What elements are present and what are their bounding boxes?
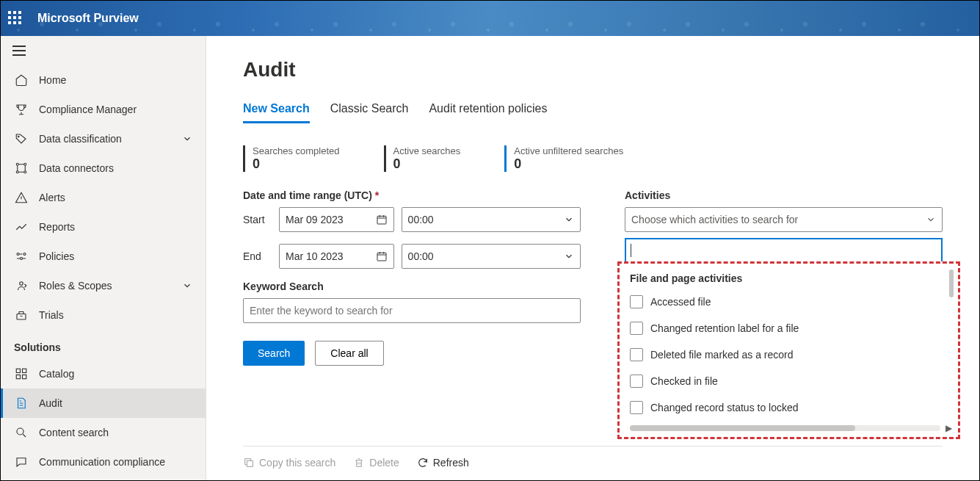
start-time-input[interactable]: 00:00 [402,207,581,232]
sidebar-item-alerts[interactable]: Alerts [1,183,206,212]
sidebar-item-label: Trials [39,309,192,321]
page-title: Audit [243,58,943,82]
delete-label: Delete [369,457,399,469]
audit-icon [14,396,29,411]
calendar-icon [376,214,388,225]
activity-option-label: Checked in file [650,375,718,387]
stat-label: Active searches [393,145,461,156]
sidebar-item-audit[interactable]: Audit [1,388,206,418]
start-date-input[interactable]: Mar 09 2023 [279,207,394,232]
sidebar-item-content-search[interactable]: Content search [1,418,206,447]
checkbox[interactable] [630,401,643,414]
activity-option-label: Changed retention label for a file [650,322,799,334]
svg-point-2 [24,163,26,165]
refresh-icon [417,457,429,469]
delete-icon [353,457,365,469]
checkbox[interactable] [630,375,643,388]
refresh-label: Refresh [433,457,469,469]
home-icon [14,73,29,87]
stat-searches-completed: Searches completed 0 [243,145,340,172]
activity-option-label: Accessed file [650,296,711,308]
activities-label: Activities [625,189,943,201]
chevron-down-icon [182,134,192,144]
sidebar-item-trials[interactable]: Trials [1,300,206,330]
svg-point-5 [17,253,19,256]
sidebar-item-roles-scopes[interactable]: Roles & Scopes [1,271,206,300]
end-date-value: Mar 10 2023 [286,250,344,262]
svg-point-3 [16,171,18,173]
chevron-down-icon [564,214,574,225]
datetime-range-label: Date and time range (UTC) * [243,189,581,201]
chevron-down-icon [182,281,192,291]
sidebar-item-label: Catalog [39,368,192,380]
vertical-scrollbar[interactable] [948,270,955,416]
activity-option-label: Changed record status to locked [650,402,799,413]
stat-label: Active unfiltered searches [514,145,623,156]
start-time-value: 00:00 [408,214,434,225]
hamburger-icon[interactable] [12,46,26,56]
trophy-icon [14,102,29,117]
svg-point-8 [20,282,23,286]
svg-rect-16 [377,253,386,261]
sidebar-item-policies[interactable]: Policies [1,242,206,271]
sidebar-item-home[interactable]: Home [1,65,206,95]
search-button[interactable]: Search [243,341,305,366]
sidebar-item-data-classification[interactable]: Data classification [1,124,206,153]
keyword-search-field[interactable] [250,305,574,317]
svg-point-7 [21,258,23,260]
stat-value: 0 [253,156,340,172]
stat-active-searches: Active searches 0 [384,145,461,172]
sidebar-item-label: Communication compliance [39,456,192,468]
stat-label: Searches completed [253,145,340,156]
sidebar-item-communication-compliance[interactable]: Communication compliance [1,447,206,477]
end-date-input[interactable]: Mar 10 2023 [279,244,394,269]
refresh-button[interactable]: Refresh [417,457,469,469]
keyword-search-input[interactable] [243,298,581,323]
delete-button: Delete [353,457,399,469]
sidebar-item-label: Content search [39,427,192,438]
clear-all-button[interactable]: Clear all [315,341,383,366]
stat-value: 0 [514,156,623,172]
reports-icon [14,220,29,234]
activity-option[interactable]: Accessed file [630,289,952,315]
activities-group-title: File and page activities [630,272,952,284]
copy-label: Copy this search [259,457,335,469]
text-cursor [631,244,631,257]
svg-rect-17 [247,460,253,466]
copy-icon [243,457,255,469]
policies-icon [14,249,29,264]
activities-search-input[interactable] [625,238,943,263]
activity-option[interactable]: Changed retention label for a file [630,315,952,341]
end-label: End [243,250,272,262]
sidebar-item-compliance-manager[interactable]: Compliance Manager [1,95,206,124]
activities-select[interactable]: Choose which activities to search for [625,207,943,232]
tab-new-search[interactable]: New Search [243,98,310,123]
svg-rect-12 [16,375,20,379]
end-time-input[interactable]: 00:00 [402,244,581,269]
stats-bar: Searches completed 0 Active searches 0 A… [243,145,943,172]
horizontal-scrollbar[interactable]: ▶ [630,424,952,433]
svg-rect-13 [23,375,26,379]
sidebar-item-reports[interactable]: Reports [1,212,206,242]
tab-classic-search[interactable]: Classic Search [330,98,409,123]
roles-icon [14,278,29,293]
tab-audit-retention-policies[interactable]: Audit retention policies [429,98,547,123]
global-header: Microsoft Purview [1,1,979,36]
command-bar: Copy this search Delete Refresh [243,446,943,469]
checkbox[interactable] [630,295,643,308]
activity-option[interactable]: Deleted file marked as a record [630,341,952,368]
svg-point-0 [18,136,20,137]
activity-option[interactable]: Checked in file [630,368,952,394]
alert-icon [14,190,29,205]
checkbox[interactable] [630,348,643,361]
sidebar-item-data-connectors[interactable]: Data connectors [1,153,206,183]
sidebar-item-catalog[interactable]: Catalog [1,359,206,388]
checkbox[interactable] [630,322,643,335]
app-launcher-icon[interactable] [8,11,23,26]
svg-rect-15 [377,216,386,224]
activity-option[interactable]: Changed record status to locked [630,394,952,421]
sidebar-item-label: Data classification [39,133,182,145]
end-time-value: 00:00 [408,250,434,262]
sidebar-item-label: Policies [39,250,192,262]
chevron-down-icon [564,251,574,261]
